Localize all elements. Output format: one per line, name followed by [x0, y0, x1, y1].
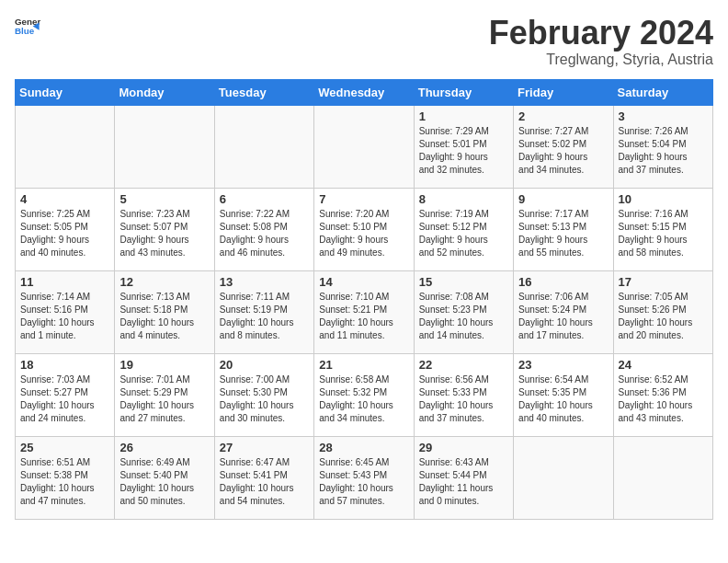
day-number: 9: [518, 192, 608, 206]
calendar-cell: 6Sunrise: 7:22 AM Sunset: 5:08 PM Daylig…: [214, 188, 313, 270]
title-area: February 2024 Treglwang, Styria, Austria: [489, 15, 713, 68]
calendar-cell: 7Sunrise: 7:20 AM Sunset: 5:10 PM Daylig…: [314, 188, 414, 270]
calendar-cell: 19Sunrise: 7:01 AM Sunset: 5:29 PM Dayli…: [115, 353, 214, 436]
day-info: Sunrise: 7:25 AM Sunset: 5:05 PM Dayligh…: [20, 208, 109, 259]
day-info: Sunrise: 7:20 AM Sunset: 5:10 PM Dayligh…: [319, 208, 408, 259]
calendar-cell: 15Sunrise: 7:08 AM Sunset: 5:23 PM Dayli…: [414, 270, 513, 353]
calendar-body: 1Sunrise: 7:29 AM Sunset: 5:01 PM Daylig…: [16, 105, 713, 519]
day-info: Sunrise: 7:16 AM Sunset: 5:15 PM Dayligh…: [619, 208, 708, 259]
day-number: 14: [319, 275, 408, 289]
day-number: 2: [518, 109, 608, 123]
weekday-header-monday: Monday: [115, 79, 214, 105]
day-number: 3: [619, 109, 708, 123]
day-info: Sunrise: 7:01 AM Sunset: 5:29 PM Dayligh…: [119, 373, 209, 425]
calendar-cell: 28Sunrise: 6:45 AM Sunset: 5:43 PM Dayli…: [314, 436, 414, 519]
calendar-cell: 25Sunrise: 6:51 AM Sunset: 5:38 PM Dayli…: [16, 436, 115, 519]
calendar-cell: 14Sunrise: 7:10 AM Sunset: 5:21 PM Dayli…: [314, 270, 414, 353]
page-title: February 2024: [489, 15, 713, 52]
day-number: 11: [20, 275, 109, 289]
calendar-cell: 11Sunrise: 7:14 AM Sunset: 5:16 PM Dayli…: [16, 270, 115, 353]
calendar-cell: 24Sunrise: 6:52 AM Sunset: 5:36 PM Dayli…: [613, 353, 712, 436]
calendar-cell: 20Sunrise: 7:00 AM Sunset: 5:30 PM Dayli…: [214, 353, 313, 436]
day-info: Sunrise: 7:03 AM Sunset: 5:27 PM Dayligh…: [20, 373, 109, 425]
day-info: Sunrise: 7:11 AM Sunset: 5:19 PM Dayligh…: [220, 291, 309, 342]
weekday-header-saturday: Saturday: [613, 79, 712, 105]
day-number: 17: [619, 275, 708, 289]
calendar-cell: 8Sunrise: 7:19 AM Sunset: 5:12 PM Daylig…: [414, 188, 513, 270]
day-number: 8: [419, 192, 508, 206]
day-info: Sunrise: 6:47 AM Sunset: 5:41 PM Dayligh…: [220, 456, 309, 508]
day-number: 6: [220, 192, 309, 206]
day-info: Sunrise: 7:10 AM Sunset: 5:21 PM Dayligh…: [319, 291, 408, 342]
day-info: Sunrise: 7:27 AM Sunset: 5:02 PM Dayligh…: [518, 125, 608, 177]
calendar-cell: [214, 105, 313, 188]
calendar-cell: 5Sunrise: 7:23 AM Sunset: 5:07 PM Daylig…: [115, 188, 214, 270]
day-number: 25: [20, 441, 109, 454]
day-info: Sunrise: 6:54 AM Sunset: 5:35 PM Dayligh…: [518, 373, 608, 425]
day-number: 12: [119, 275, 209, 289]
calendar-cell: [613, 436, 712, 519]
day-number: 5: [119, 192, 209, 206]
day-number: 20: [220, 358, 309, 372]
calendar-cell: 3Sunrise: 7:26 AM Sunset: 5:04 PM Daylig…: [613, 105, 712, 188]
day-info: Sunrise: 7:26 AM Sunset: 5:04 PM Dayligh…: [619, 125, 708, 177]
weekday-header-friday: Friday: [514, 79, 613, 105]
calendar-header: SundayMondayTuesdayWednesdayThursdayFrid…: [16, 79, 713, 105]
day-number: 4: [20, 192, 109, 206]
day-info: Sunrise: 7:00 AM Sunset: 5:30 PM Dayligh…: [220, 373, 309, 425]
week-row-2: 4Sunrise: 7:25 AM Sunset: 5:05 PM Daylig…: [16, 188, 713, 270]
calendar-cell: 18Sunrise: 7:03 AM Sunset: 5:27 PM Dayli…: [16, 353, 115, 436]
calendar-cell: 21Sunrise: 6:58 AM Sunset: 5:32 PM Dayli…: [314, 353, 414, 436]
calendar-cell: 12Sunrise: 7:13 AM Sunset: 5:18 PM Dayli…: [115, 270, 214, 353]
page-subtitle: Treglwang, Styria, Austria: [489, 52, 713, 68]
day-info: Sunrise: 7:05 AM Sunset: 5:26 PM Dayligh…: [619, 291, 708, 342]
day-info: Sunrise: 7:14 AM Sunset: 5:16 PM Dayligh…: [20, 291, 109, 342]
day-info: Sunrise: 6:56 AM Sunset: 5:33 PM Dayligh…: [419, 373, 508, 425]
calendar-cell: 10Sunrise: 7:16 AM Sunset: 5:15 PM Dayli…: [613, 188, 712, 270]
week-row-3: 11Sunrise: 7:14 AM Sunset: 5:16 PM Dayli…: [16, 270, 713, 353]
day-number: 26: [119, 441, 209, 454]
calendar-cell: 1Sunrise: 7:29 AM Sunset: 5:01 PM Daylig…: [414, 105, 513, 188]
svg-text:Blue: Blue: [15, 26, 35, 36]
calendar-cell: 27Sunrise: 6:47 AM Sunset: 5:41 PM Dayli…: [214, 436, 313, 519]
day-info: Sunrise: 6:58 AM Sunset: 5:32 PM Dayligh…: [319, 373, 408, 425]
day-number: 15: [419, 275, 508, 289]
calendar-cell: [314, 105, 414, 188]
calendar-table: SundayMondayTuesdayWednesdayThursdayFrid…: [15, 79, 713, 520]
day-info: Sunrise: 7:29 AM Sunset: 5:01 PM Dayligh…: [419, 125, 508, 177]
day-number: 13: [220, 275, 309, 289]
week-row-1: 1Sunrise: 7:29 AM Sunset: 5:01 PM Daylig…: [16, 105, 713, 188]
calendar-cell: 22Sunrise: 6:56 AM Sunset: 5:33 PM Dayli…: [414, 353, 513, 436]
weekday-header-sunday: Sunday: [16, 79, 115, 105]
calendar-cell: 17Sunrise: 7:05 AM Sunset: 5:26 PM Dayli…: [613, 270, 712, 353]
calendar-cell: [16, 105, 115, 188]
day-info: Sunrise: 7:23 AM Sunset: 5:07 PM Dayligh…: [119, 208, 209, 259]
day-number: 16: [518, 275, 608, 289]
day-info: Sunrise: 6:45 AM Sunset: 5:43 PM Dayligh…: [319, 456, 408, 508]
day-info: Sunrise: 6:49 AM Sunset: 5:40 PM Dayligh…: [119, 456, 209, 508]
calendar-cell: 9Sunrise: 7:17 AM Sunset: 5:13 PM Daylig…: [514, 188, 613, 270]
day-number: 18: [20, 358, 109, 372]
week-row-4: 18Sunrise: 7:03 AM Sunset: 5:27 PM Dayli…: [16, 353, 713, 436]
day-info: Sunrise: 7:06 AM Sunset: 5:24 PM Dayligh…: [518, 291, 608, 342]
day-info: Sunrise: 6:43 AM Sunset: 5:44 PM Dayligh…: [419, 456, 508, 508]
day-info: Sunrise: 7:22 AM Sunset: 5:08 PM Dayligh…: [220, 208, 309, 259]
calendar-cell: 2Sunrise: 7:27 AM Sunset: 5:02 PM Daylig…: [514, 105, 613, 188]
weekday-header-wednesday: Wednesday: [314, 79, 414, 105]
day-number: 21: [319, 358, 408, 372]
day-info: Sunrise: 6:52 AM Sunset: 5:36 PM Dayligh…: [619, 373, 708, 425]
calendar-cell: 26Sunrise: 6:49 AM Sunset: 5:40 PM Dayli…: [115, 436, 214, 519]
day-number: 1: [419, 109, 508, 123]
day-number: 24: [619, 358, 708, 372]
calendar-cell: 23Sunrise: 6:54 AM Sunset: 5:35 PM Dayli…: [514, 353, 613, 436]
calendar-cell: [514, 436, 613, 519]
day-number: 29: [419, 441, 508, 454]
day-info: Sunrise: 6:51 AM Sunset: 5:38 PM Dayligh…: [20, 456, 109, 508]
day-number: 22: [419, 358, 508, 372]
day-number: 10: [619, 192, 708, 206]
day-number: 28: [319, 441, 408, 454]
day-info: Sunrise: 7:19 AM Sunset: 5:12 PM Dayligh…: [419, 208, 508, 259]
weekday-header-thursday: Thursday: [414, 79, 513, 105]
logo: General Blue: [15, 15, 40, 40]
day-number: 7: [319, 192, 408, 206]
